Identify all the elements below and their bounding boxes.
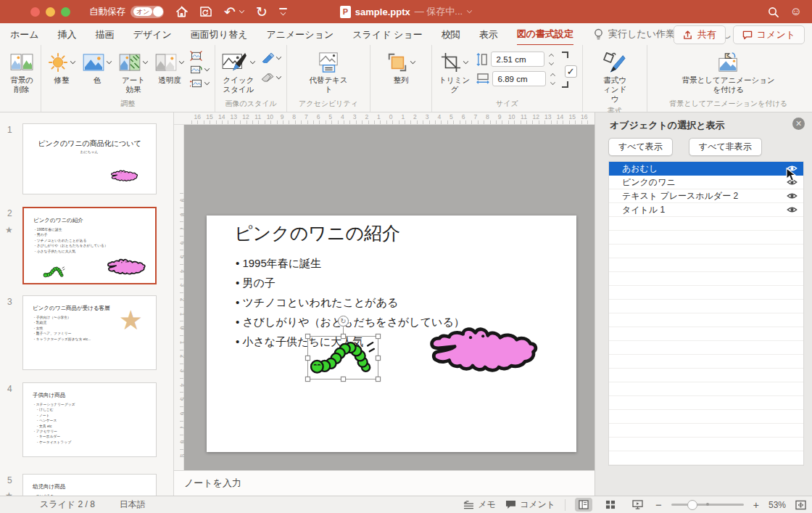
height-stepper[interactable] (549, 54, 554, 65)
handle-n[interactable] (341, 334, 346, 339)
compress-picture-button[interactable] (190, 51, 210, 61)
zoom-level[interactable]: 53% (768, 500, 786, 510)
search-icon[interactable] (768, 7, 779, 17)
handle-e[interactable] (376, 356, 381, 361)
close-window-button[interactable] (30, 7, 40, 17)
tab-2[interactable]: 挿入 (58, 24, 77, 45)
reset-picture-button[interactable] (190, 78, 210, 89)
comments-toggle-button[interactable]: コメント (505, 498, 555, 511)
art-effects-button[interactable]: アート効果 (117, 49, 149, 95)
home-icon[interactable] (175, 6, 188, 17)
quick-styles-button[interactable]: クイックスタイル (220, 49, 257, 95)
alt-text-button[interactable]: 代替テキスト (304, 49, 352, 95)
tab-7[interactable]: スライド ショー (352, 24, 422, 45)
remove-background-button[interactable]: 背景の削除 (8, 49, 36, 95)
slide-canvas[interactable]: ピンクのワニの紹介 1995年春に誕生男の子ツチノコといわれたことがあるさびしが… (207, 216, 576, 452)
zoom-in-button[interactable]: + (753, 499, 759, 511)
arrange-dropdown-icon[interactable] (410, 59, 415, 64)
fit-slide-button[interactable] (795, 500, 806, 510)
slide-4-thumbnail[interactable]: 子供向け商品 ステーショナリーグッズけしごむノートペンケース文具 etcアクセサ… (22, 382, 157, 457)
caterpillar-selection[interactable]: ↻ (307, 336, 378, 379)
layer-name[interactable]: テキスト プレースホルダー 2 (622, 190, 787, 202)
layer-row[interactable]: テキスト プレースホルダー 2 (609, 189, 803, 203)
comments-button[interactable]: コメント (733, 25, 805, 44)
picture-border-dropdown-icon[interactable] (276, 54, 281, 59)
visibility-eye-icon[interactable] (787, 192, 798, 200)
minimize-window-button[interactable] (46, 7, 55, 17)
zoom-slider[interactable] (671, 504, 744, 506)
layer-row[interactable]: タイトル 1 (609, 203, 803, 217)
slide-editing-area[interactable]: ピンクのワニの紹介 1995年春に誕生男の子ツチノコといわれたことがあるさびしが… (184, 125, 594, 470)
handle-sw[interactable] (305, 377, 310, 382)
change-picture-dropdown-icon[interactable] (204, 66, 210, 71)
transparency-button[interactable]: 透明度 (154, 49, 186, 86)
notes-toggle-button[interactable]: メモ (463, 498, 496, 511)
share-button[interactable]: 共有 (674, 25, 726, 44)
autosave-control[interactable]: 自動保存 オン (89, 6, 164, 18)
caterpillar-image[interactable] (309, 338, 378, 376)
handle-w[interactable] (305, 356, 310, 361)
layer-name[interactable]: あおむし (622, 163, 787, 175)
reset-picture-dropdown-icon[interactable] (204, 80, 210, 85)
tab-3[interactable]: 描画 (96, 24, 115, 45)
feedback-smiley-icon[interactable]: ☺ (790, 6, 802, 17)
handle-nw[interactable] (305, 334, 310, 339)
zoom-slider-knob[interactable] (687, 500, 697, 510)
picture-effects-button[interactable] (261, 73, 281, 82)
tab-1[interactable]: ホーム (10, 24, 39, 45)
slide-1-thumbnail[interactable]: ピンクのワニの商品化について わにちゃん (22, 123, 157, 194)
visibility-eye-icon[interactable] (787, 206, 798, 213)
tab-6[interactable]: アニメーション (266, 24, 334, 45)
color-dropdown-icon[interactable] (107, 59, 112, 64)
picture-effects-dropdown-icon[interactable] (276, 73, 281, 78)
corrections-button[interactable]: 修整 (46, 49, 77, 86)
layer-row[interactable]: ピンクのワニ (609, 176, 803, 189)
tab-4[interactable]: デザイン (133, 24, 172, 45)
layer-name[interactable]: タイトル 1 (622, 204, 787, 216)
language-indicator[interactable]: 日本語 (120, 498, 146, 511)
crocodile-image[interactable] (430, 326, 540, 381)
width-value[interactable]: 6.89 cm (492, 71, 546, 86)
zoom-out-button[interactable]: − (655, 498, 662, 511)
layer-name[interactable]: ピンクのワニ (622, 176, 787, 189)
height-value[interactable]: 2.51 cm (491, 52, 544, 67)
background-animation-button[interactable]: 背景としてアニメーションを付ける (680, 49, 777, 95)
slide-3-thumbnail[interactable]: ピンクのワニ商品が受ける客層 子供向け（〜小学生）乳幼児女性親子ペア、ファミリー… (22, 295, 157, 370)
tab-10[interactable]: 図の書式設定 (517, 23, 573, 46)
slide-sorter-view-button[interactable] (602, 498, 619, 512)
crop-dropdown-icon[interactable] (463, 59, 468, 64)
slide-2-thumbnail[interactable]: ピンクのワニの紹介 1995年春に誕生男の子ツチノコといわれたことがあるさびしが… (22, 207, 157, 284)
picture-border-button[interactable] (261, 53, 281, 63)
normal-view-button[interactable] (575, 498, 592, 512)
handle-se[interactable] (376, 377, 381, 382)
notes-pane[interactable]: ノートを入力 (174, 470, 594, 496)
autosave-toggle[interactable]: オン (130, 6, 164, 18)
width-field[interactable]: 6.89 cm (476, 71, 555, 86)
undo-dropdown-icon[interactable] (239, 8, 244, 13)
transparency-dropdown-icon[interactable] (179, 59, 184, 64)
crop-button[interactable]: トリミング (437, 49, 472, 95)
slide-5-thumbnail[interactable]: 幼児向け商品 ぬいぐるみ (22, 474, 157, 496)
tab-5[interactable]: 画面切り替え (191, 24, 248, 45)
corrections-dropdown-icon[interactable] (70, 59, 75, 64)
show-all-button[interactable]: すべて表示 (608, 138, 673, 156)
save-icon[interactable] (199, 6, 212, 17)
width-stepper[interactable] (550, 73, 555, 85)
rotation-handle[interactable]: ↻ (338, 316, 349, 327)
art-effects-dropdown-icon[interactable] (143, 59, 148, 64)
height-field[interactable]: 2.51 cm (476, 52, 555, 67)
slide-counter[interactable]: スライド 2 / 8 (40, 498, 95, 511)
slide-title[interactable]: ピンクのワニの紹介 (234, 221, 400, 245)
slideshow-view-button[interactable] (629, 498, 646, 512)
redo-icon[interactable]: ↻ (256, 5, 268, 19)
window-controls[interactable] (30, 7, 76, 17)
undo-icon[interactable]: ↶ (224, 5, 236, 19)
toolbar-overflow-icon[interactable] (279, 8, 287, 15)
arrange-button[interactable]: 整列 (385, 49, 417, 86)
lock-aspect-checkmark[interactable]: ✓ (565, 65, 577, 78)
handle-s[interactable] (341, 377, 346, 382)
lock-aspect-ratio-checkbox[interactable]: ✓ (560, 52, 577, 94)
format-pane-button[interactable]: 書式ウィンドウ (599, 49, 631, 104)
layer-row[interactable]: あおむし (609, 162, 803, 176)
tab-8[interactable]: 校閲 (442, 24, 460, 45)
